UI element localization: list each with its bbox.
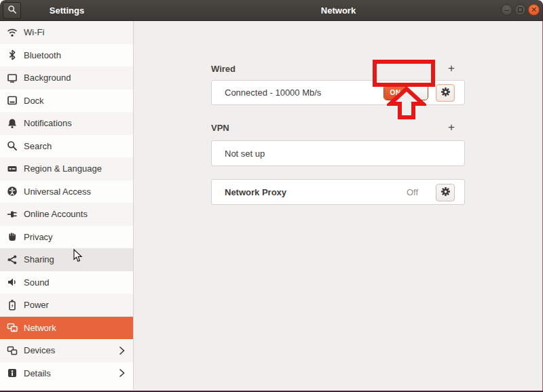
close-icon: ✕ — [531, 6, 537, 14]
add-wired-button[interactable]: + — [444, 61, 459, 76]
gear-icon — [441, 87, 451, 100]
sidebar-item-privacy[interactable]: Privacy — [0, 226, 133, 249]
wired-status-label: Connected - 10000 Mb/s — [225, 81, 321, 104]
sidebar-item-label: Privacy — [24, 232, 53, 242]
network-icon — [7, 322, 18, 333]
vpn-row[interactable]: Not set up — [211, 140, 465, 166]
battery-icon — [7, 300, 18, 311]
chevron-right-icon — [119, 369, 125, 378]
wired-settings-button[interactable] — [436, 84, 455, 102]
hand-icon — [7, 231, 18, 242]
sidebar-item-label: Wi-Fi — [24, 27, 44, 37]
sidebar-item-notifications[interactable]: Notifications — [0, 112, 133, 135]
sidebar-item-label: Bluetooth — [24, 50, 61, 60]
bluetooth-icon — [7, 50, 18, 60]
gear-icon — [441, 187, 451, 199]
sidebar-item-sharing[interactable]: Sharing — [0, 248, 133, 271]
sidebar-item-label: Notifications — [24, 118, 72, 128]
maximize-button[interactable] — [514, 4, 526, 16]
bell-icon — [7, 118, 18, 129]
chevron-right-icon — [119, 346, 125, 355]
background-icon — [7, 73, 18, 83]
sidebar-item-devices[interactable]: Devices — [0, 339, 133, 362]
sidebar-item-search[interactable]: Search — [0, 135, 133, 158]
sidebar-item-label: Sharing — [24, 254, 54, 264]
sidebar-item-label: Devices — [24, 345, 55, 355]
sidebar-item-network[interactable]: Network — [0, 317, 133, 340]
proxy-label: Network Proxy — [225, 180, 286, 204]
proxy-settings-button[interactable] — [436, 184, 455, 201]
sidebar-item-label: Background — [24, 73, 71, 83]
page-title: Network — [134, 0, 543, 21]
online-accounts-icon — [7, 209, 18, 220]
speaker-icon — [7, 277, 18, 288]
annotation-highlight-box — [373, 60, 435, 87]
proxy-value: Off — [407, 180, 418, 204]
info-icon — [7, 368, 18, 378]
headerbar: Settings Network – ✕ — [0, 0, 543, 21]
sidebar-item-label: Network — [24, 323, 56, 333]
sidebar-item-label: Universal Access — [24, 187, 91, 197]
network-proxy-row[interactable]: Network Proxy Off — [211, 179, 465, 205]
devices-icon — [7, 345, 18, 356]
add-vpn-button[interactable]: + — [444, 120, 459, 135]
sidebar-item-details[interactable]: Details — [0, 362, 133, 385]
share-icon — [7, 254, 18, 265]
sidebar-item-background[interactable]: Background — [0, 66, 133, 90]
sidebar-item-dock[interactable]: Dock — [0, 90, 133, 113]
sidebar-item-universal-access[interactable]: Universal Access — [0, 180, 133, 203]
close-button[interactable]: ✕ — [528, 4, 540, 16]
dock-icon — [7, 95, 18, 106]
sidebar-item-label: Power — [24, 300, 49, 310]
annotation-up-arrow — [387, 87, 426, 122]
sidebar-item-bluetooth[interactable]: Bluetooth — [0, 44, 133, 67]
sidebar-item-label: Search — [24, 141, 52, 151]
sidebar-item-label: Region & Language — [24, 163, 102, 174]
sidebar-item-region-language[interactable]: Region & Language — [0, 157, 133, 180]
wired-section-heading: Wired — [211, 64, 236, 74]
sidebar-item-label: Online Accounts — [24, 209, 88, 219]
minimize-button[interactable]: – — [501, 4, 512, 16]
settings-window: Settings Network – ✕ Wi-FiBluetoothBackg… — [0, 0, 543, 392]
network-panel: Wired + Connected - 10000 Mb/s ON — [134, 21, 543, 391]
minus-icon: – — [504, 6, 508, 14]
search-icon — [7, 140, 18, 151]
sidebar-item-sound[interactable]: Sound — [0, 271, 133, 294]
sidebar-item-label: Details — [24, 368, 51, 378]
sidebar-title: Settings — [0, 0, 134, 21]
vpn-status-label: Not set up — [225, 141, 265, 165]
sidebar: Wi-FiBluetoothBackgroundDockNotification… — [0, 21, 134, 390]
sidebar-item-label: Dock — [24, 96, 44, 106]
sidebar-item-power[interactable]: Power — [0, 294, 133, 317]
sidebar-item-online-accounts[interactable]: Online Accounts — [0, 203, 133, 226]
vpn-section-heading: VPN — [211, 123, 229, 133]
sidebar-item-wi-fi[interactable]: Wi-Fi — [0, 21, 133, 44]
square-icon — [518, 7, 523, 12]
universal-access-icon — [7, 186, 18, 197]
region-icon — [7, 163, 18, 174]
wifi-icon — [7, 27, 18, 38]
mouse-cursor — [73, 249, 83, 265]
sidebar-item-label: Sound — [24, 277, 50, 288]
